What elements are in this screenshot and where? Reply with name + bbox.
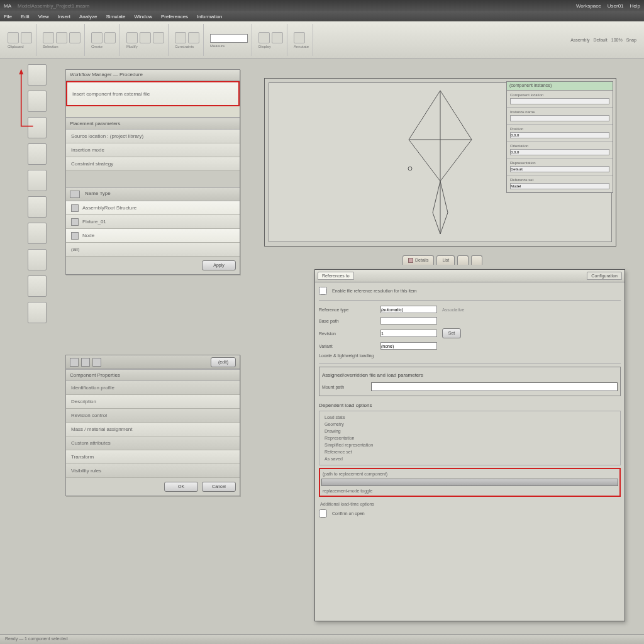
ribbon-icon[interactable]: [272, 32, 283, 43]
enable-resolution-checkbox[interactable]: [319, 287, 327, 295]
ribbon-icon[interactable]: [175, 32, 186, 43]
properties-row[interactable]: Visibility rules: [66, 464, 240, 478]
ribbon-zoom[interactable]: 100%: [611, 38, 623, 42]
menu-view[interactable]: View: [38, 14, 49, 19]
list-item[interactable]: AssemblyRoot Structure: [66, 201, 240, 215]
cancel-button[interactable]: Cancel: [202, 482, 236, 492]
wireframe-geometry-icon: [377, 87, 503, 238]
revision-input[interactable]: [380, 330, 437, 337]
titlebar-help[interactable]: Help: [630, 3, 640, 9]
properties-row[interactable]: Custom attributes: [66, 436, 240, 450]
ribbon-mode[interactable]: Assembly: [570, 38, 589, 42]
properties-row[interactable]: Identification profile: [66, 381, 240, 395]
toolbar-icon[interactable]: [70, 358, 79, 367]
option-item[interactable]: As saved: [323, 455, 616, 462]
ribbon-icon[interactable]: [126, 32, 138, 43]
workflow-row[interactable]: Constraint strategy: [66, 157, 240, 171]
ribbon-icon[interactable]: [56, 32, 67, 43]
highlight-line[interactable]: (path to replacement component): [321, 470, 618, 477]
mount-path-input[interactable]: [371, 382, 618, 391]
dialog-tab-list[interactable]: List: [436, 255, 455, 265]
ribbon-icon[interactable]: [8, 32, 19, 43]
confirm-checkbox[interactable]: [319, 509, 327, 518]
palette-tool[interactable]: [28, 275, 47, 297]
ribbon-icon[interactable]: [43, 32, 54, 43]
ribbon-icon[interactable]: [21, 32, 32, 43]
model-viewport[interactable]: (component instance) Component location …: [264, 78, 616, 247]
ribbon-icon[interactable]: [69, 32, 80, 43]
apply-button[interactable]: Apply: [202, 260, 236, 270]
properties-row[interactable]: Revision control: [66, 409, 240, 423]
toolbar-button[interactable]: (edit): [211, 357, 236, 367]
dialog-tab-details[interactable]: Details: [402, 255, 434, 265]
list-item[interactable]: (all): [66, 243, 240, 257]
menu-info[interactable]: Information: [197, 14, 222, 19]
ribbon-icon[interactable]: [294, 32, 305, 43]
palette-tool[interactable]: [28, 170, 47, 191]
ribbon-icon[interactable]: [140, 32, 151, 43]
menu-file[interactable]: File: [4, 14, 12, 19]
palette-tool[interactable]: [28, 117, 47, 138]
palette-tool[interactable]: [28, 143, 47, 165]
palette-tool[interactable]: [28, 64, 47, 86]
variant-input[interactable]: [380, 342, 437, 350]
ribbon-icon[interactable]: [188, 32, 199, 43]
palette-tool[interactable]: [28, 302, 47, 323]
menu-analyze[interactable]: Analyze: [79, 14, 97, 19]
ribbon-snap[interactable]: Snap: [626, 38, 636, 42]
base-path-input[interactable]: [380, 317, 437, 325]
prop-input[interactable]: [510, 115, 609, 121]
prop-input[interactable]: [510, 166, 609, 172]
dialog-header-tab-left[interactable]: References to: [318, 272, 354, 280]
ribbon-search-input[interactable]: [210, 34, 248, 43]
workflow-row[interactable]: Source location : (project library): [66, 130, 240, 143]
palette-tool[interactable]: [28, 196, 47, 218]
workflow-highlight-row[interactable]: Insert component from external file: [66, 81, 240, 106]
option-item[interactable]: Reference set: [323, 448, 616, 455]
prop-input[interactable]: [510, 183, 609, 189]
highlight-line[interactable]: replacement-mode toggle: [321, 487, 618, 494]
workflow-row[interactable]: Insertion mode: [66, 143, 240, 157]
dialog-header-tab-right[interactable]: Configuration: [587, 272, 622, 280]
option-item[interactable]: Simplified representation: [323, 441, 616, 448]
instance-properties-header: (component instance): [507, 82, 613, 91]
reference-type-input[interactable]: [380, 306, 437, 313]
palette-tool[interactable]: [28, 91, 47, 112]
ribbon-icon[interactable]: [153, 32, 164, 43]
option-item[interactable]: Load state: [323, 414, 616, 421]
properties-row[interactable]: Description: [66, 395, 240, 409]
ribbon-icon[interactable]: [91, 32, 103, 43]
prop-input[interactable]: [510, 132, 609, 138]
dialog-tab[interactable]: [471, 255, 482, 265]
menu-window[interactable]: Window: [135, 14, 152, 19]
palette-tool[interactable]: [28, 223, 47, 244]
ribbon-icon[interactable]: [104, 32, 116, 43]
ok-button[interactable]: OK: [164, 482, 198, 492]
option-item[interactable]: Geometry: [323, 421, 616, 428]
titlebar-workspace[interactable]: Workspace: [576, 3, 601, 9]
menu-simulate[interactable]: Simulate: [106, 14, 125, 19]
titlebar-user[interactable]: User01: [608, 3, 624, 9]
option-item[interactable]: Drawing: [323, 428, 616, 435]
prop-input[interactable]: [510, 149, 609, 155]
list-item[interactable]: Node: [66, 229, 240, 243]
properties-row[interactable]: Transform: [66, 450, 240, 464]
menu-edit[interactable]: Edit: [21, 14, 30, 19]
document-name: ModelAssembly_Project1.masm: [18, 3, 89, 9]
toolbar-icon[interactable]: [92, 358, 101, 367]
ribbon-icon[interactable]: [258, 32, 270, 43]
highlight-input[interactable]: [321, 479, 618, 486]
list-item[interactable]: Fixture_01: [66, 215, 240, 229]
dialog-tab[interactable]: [457, 255, 469, 265]
ribbon-group-measure: Measure: [206, 24, 252, 56]
toolbar-icon[interactable]: [81, 358, 90, 367]
menu-insert[interactable]: Insert: [58, 14, 70, 19]
properties-row[interactable]: Mass / material assignment: [66, 423, 240, 436]
palette-tool[interactable]: [28, 249, 47, 270]
prop-input[interactable]: [510, 98, 609, 104]
set-button[interactable]: Set: [442, 328, 461, 338]
trailing-option[interactable]: Additional load-time options: [319, 501, 621, 508]
option-item[interactable]: Representation: [323, 435, 616, 441]
menu-prefs[interactable]: Preferences: [161, 14, 188, 19]
ribbon-view[interactable]: Default: [594, 38, 608, 42]
